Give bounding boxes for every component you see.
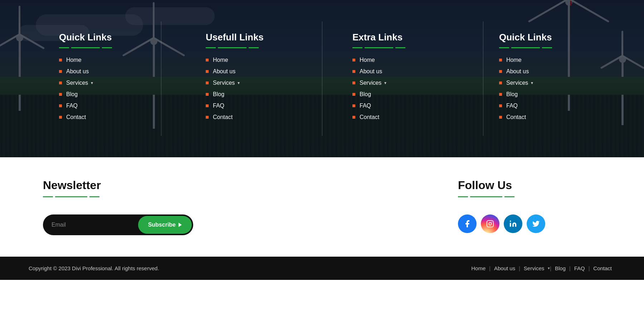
- nav-item-col2-2[interactable]: About us: [206, 68, 292, 75]
- subscribe-button[interactable]: Subscribe: [138, 216, 192, 234]
- nav-item-col4-3[interactable]: Services ▾: [499, 80, 585, 86]
- nav-label-col4-4: Blog: [506, 91, 518, 98]
- follow-underline-short-right: [504, 196, 514, 197]
- nav-label-col4-3: Services: [506, 80, 528, 86]
- bullet-icon-col1-1: [59, 59, 62, 61]
- nav-item-col2-1[interactable]: Home: [206, 57, 292, 63]
- bullet-icon-col1-3: [59, 81, 62, 84]
- follow-title: Follow Us: [458, 179, 601, 192]
- nav-label-col3-2: About us: [360, 68, 382, 75]
- col-dash-short-2: [206, 47, 216, 48]
- nav-item-col4-6[interactable]: Contact: [499, 114, 585, 120]
- nav-item-col1-5[interactable]: FAQ: [59, 103, 145, 109]
- linkedin-social-icon[interactable]: [504, 214, 522, 233]
- nav-item-col4-1[interactable]: Home: [499, 57, 585, 63]
- column-divider-1: [59, 47, 145, 48]
- bottom-section: Newsletter Subscribe Follow Us: [0, 157, 644, 257]
- subscribe-label: Subscribe: [148, 222, 176, 228]
- nav-label-col2-4: Blog: [213, 91, 224, 98]
- copyright-text: Copyright © 2023 Divi Professional. All …: [29, 265, 159, 271]
- bullet-icon-col3-3: [352, 81, 355, 84]
- nav-item-col4-4[interactable]: Blog: [499, 91, 585, 98]
- chevron-down-icon-col2-3: ▾: [238, 80, 240, 85]
- footer-nav-item-5: FAQ|: [571, 265, 590, 271]
- footer-nav-link-6[interactable]: Contact: [590, 265, 615, 271]
- nav-item-col4-2[interactable]: About us: [499, 68, 585, 75]
- nav-item-col2-3[interactable]: Services ▾: [206, 80, 292, 86]
- underline-long: [55, 196, 87, 197]
- nav-list-1: HomeAbout usServices ▾BlogFAQContact: [59, 57, 145, 120]
- footer-nav-item-4: Blog|: [551, 265, 571, 271]
- column-divider-4: [499, 47, 585, 48]
- col-dash-long-2: [218, 47, 247, 48]
- footer-nav-link-2[interactable]: About us: [491, 265, 519, 271]
- footer-nav-link-3[interactable]: Services: [520, 265, 548, 271]
- nav-label-col2-6: Contact: [213, 114, 233, 120]
- footer-nav-link-1[interactable]: Home: [468, 265, 489, 271]
- bullet-icon-col2-4: [206, 93, 209, 96]
- nav-item-col1-2[interactable]: About us: [59, 68, 145, 75]
- hero-section: Quick Links HomeAbout usServices ▾BlogFA…: [0, 0, 644, 157]
- follow-column: Follow Us: [458, 179, 601, 233]
- column-title-4: Quick Links: [499, 32, 585, 43]
- nav-item-col1-1[interactable]: Home: [59, 57, 145, 63]
- nav-label-col4-2: About us: [506, 68, 529, 75]
- bullet-icon-col1-2: [59, 70, 62, 73]
- bullet-icon-col1-5: [59, 104, 62, 107]
- nav-label-col1-3: Services: [66, 80, 88, 86]
- nav-item-col3-6[interactable]: Contact: [352, 114, 438, 120]
- footer-nav-link-5[interactable]: FAQ: [571, 265, 589, 271]
- nav-label-col2-3: Services: [213, 80, 235, 86]
- col-dash-short-1: [59, 47, 69, 48]
- nav-item-col2-4[interactable]: Blog: [206, 91, 292, 98]
- nav-label-col3-3: Services: [360, 80, 381, 86]
- twitter-social-icon[interactable]: [527, 214, 545, 233]
- link-column-2: Usefull Links HomeAbout usServices ▾Blog…: [199, 32, 299, 125]
- svg-point-2: [510, 221, 511, 222]
- nav-item-col3-4[interactable]: Blog: [352, 91, 438, 98]
- bullet-icon-col3-2: [352, 70, 355, 73]
- nav-label-col1-4: Blog: [66, 91, 78, 98]
- follow-underline: [458, 196, 601, 197]
- nav-list-4: HomeAbout usServices ▾BlogFAQContact: [499, 57, 585, 120]
- nav-list-3: HomeAbout usServices ▾BlogFAQContact: [352, 57, 438, 120]
- nav-label-col2-1: Home: [213, 57, 228, 63]
- nav-item-col3-2[interactable]: About us: [352, 68, 438, 75]
- nav-item-col3-1[interactable]: Home: [352, 57, 438, 63]
- col-dash-long-4: [511, 47, 540, 48]
- nav-label-col3-6: Contact: [360, 114, 379, 120]
- nav-item-col3-3[interactable]: Services ▾: [352, 80, 438, 86]
- col-dash-short-3: [352, 47, 362, 48]
- nav-item-col2-6[interactable]: Contact: [206, 114, 292, 120]
- instagram-social-icon[interactable]: [481, 214, 499, 233]
- nav-item-col1-6[interactable]: Contact: [59, 114, 145, 120]
- nav-item-col2-5[interactable]: FAQ: [206, 103, 292, 109]
- email-form[interactable]: Subscribe: [43, 214, 193, 235]
- nav-item-col3-5[interactable]: FAQ: [352, 103, 438, 109]
- nav-label-col4-6: Contact: [506, 114, 526, 120]
- nav-label-col1-5: FAQ: [66, 103, 78, 109]
- nav-item-col1-4[interactable]: Blog: [59, 91, 145, 98]
- col-dash-short2-3: [395, 47, 405, 48]
- chevron-down-icon-col3-3: ▾: [384, 80, 386, 85]
- bullet-icon-col3-1: [352, 59, 355, 61]
- underline-short-right: [89, 196, 99, 197]
- follow-underline-short-left: [458, 196, 468, 197]
- column-title-1: Quick Links: [59, 32, 145, 43]
- email-input[interactable]: [43, 222, 137, 228]
- col-dash-short2-1: [102, 47, 112, 48]
- col-dash-short-4: [499, 47, 509, 48]
- newsletter-underline: [43, 196, 258, 197]
- facebook-social-icon[interactable]: [458, 214, 477, 233]
- link-column-3: Extra Links HomeAbout usServices ▾BlogFA…: [345, 32, 445, 125]
- nav-label-col2-5: FAQ: [213, 103, 224, 109]
- nav-label-col3-4: Blog: [360, 91, 371, 98]
- newsletter-column: Newsletter Subscribe: [43, 179, 258, 235]
- footer-nav-link-4[interactable]: Blog: [551, 265, 569, 271]
- bullet-icon-col3-6: [352, 116, 355, 119]
- social-icons-row: [458, 214, 601, 233]
- footer-bar: Copyright © 2023 Divi Professional. All …: [0, 257, 644, 280]
- underline-short-left: [43, 196, 53, 197]
- nav-item-col1-3[interactable]: Services ▾: [59, 80, 145, 86]
- nav-item-col4-5[interactable]: FAQ: [499, 103, 585, 109]
